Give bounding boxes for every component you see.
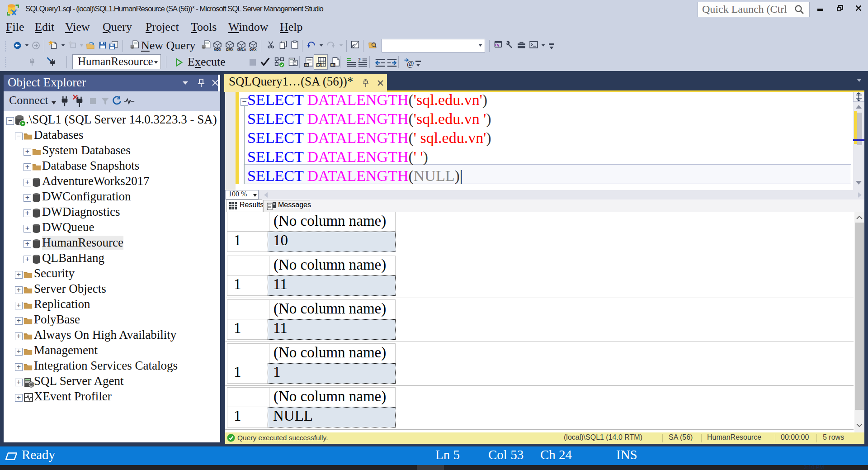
svg-text:01: 01: [317, 63, 321, 67]
svg-text:DMX: DMX: [226, 47, 233, 52]
svg-text:01: 01: [331, 63, 335, 67]
svg-text:@: @: [407, 59, 414, 68]
svg-text:XMLA: XMLA: [237, 47, 246, 52]
svg-text:MDX: MDX: [214, 47, 221, 52]
svg-text:01: 01: [305, 63, 309, 67]
svg-text:DAX: DAX: [250, 47, 257, 52]
